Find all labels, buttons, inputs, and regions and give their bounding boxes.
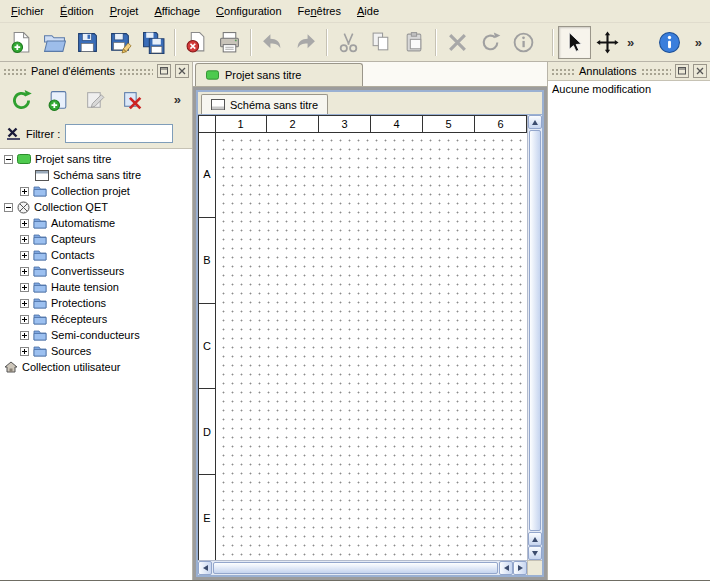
project-icon xyxy=(17,154,31,164)
expand-expander-icon[interactable] xyxy=(20,251,29,260)
print-button[interactable] xyxy=(213,26,246,59)
tree-item-projet-sans-titre[interactable]: Projet sans titre xyxy=(0,151,192,167)
scroll-up-button-2[interactable] xyxy=(528,532,542,546)
float-dock-button[interactable] xyxy=(675,64,689,78)
undo-icon xyxy=(261,31,284,54)
expand-expander-icon[interactable] xyxy=(20,267,29,276)
elements-tree[interactable]: Projet sans titre Schéma sans titre Coll… xyxy=(0,148,192,580)
scroll-left-button-2[interactable] xyxy=(499,561,513,575)
delete-button[interactable] xyxy=(441,26,474,59)
tree-item-collection-qet[interactable]: Collection QET xyxy=(0,199,192,215)
tree-item-haute-tension[interactable]: Haute tension xyxy=(0,279,192,295)
close-dock-button[interactable] xyxy=(693,64,707,78)
tree-item-capteurs[interactable]: Capteurs xyxy=(0,231,192,247)
paste-button[interactable] xyxy=(398,26,431,59)
undo-button[interactable] xyxy=(256,26,289,59)
open-file-button[interactable] xyxy=(38,26,71,59)
new-element-button[interactable] xyxy=(42,84,74,116)
edit-element-button[interactable] xyxy=(79,84,111,116)
elements-toolbar-overflow-chevron[interactable]: » xyxy=(171,92,184,107)
column-header: 3 xyxy=(319,115,371,133)
about-info-button[interactable] xyxy=(653,26,686,59)
menu-aide[interactable]: Aide xyxy=(350,2,386,20)
tab-schema-sans-titre[interactable]: Schéma sans titre xyxy=(201,94,328,114)
scroll-left-button[interactable] xyxy=(198,561,212,575)
column-header: 4 xyxy=(371,115,423,133)
pan-mode-button[interactable] xyxy=(591,26,624,59)
qet-collection-icon xyxy=(17,201,30,214)
close-dock-button[interactable] xyxy=(175,64,189,78)
dock-grip[interactable] xyxy=(119,68,153,75)
horizontal-scroll-thumb[interactable] xyxy=(213,562,498,574)
redo-button[interactable] xyxy=(289,26,322,59)
arrow-down-icon xyxy=(532,551,538,556)
expand-expander-icon[interactable] xyxy=(20,331,29,340)
undo-history-list[interactable]: Aucune modification xyxy=(548,80,710,580)
elements-panel-titlebar[interactable]: Panel d'éléments xyxy=(0,62,192,80)
horizontal-scrollbar[interactable] xyxy=(198,560,527,575)
main-area: Panel d'éléments xyxy=(0,62,710,580)
delete-element-button[interactable] xyxy=(116,84,148,116)
diagram-grid[interactable] xyxy=(216,133,527,560)
scroll-down-button[interactable] xyxy=(528,546,542,560)
scroll-up-button[interactable] xyxy=(528,115,542,129)
expand-expander-icon[interactable] xyxy=(20,219,29,228)
tree-item-schema-sans-titre[interactable]: Schéma sans titre xyxy=(0,167,192,183)
expand-expander-icon[interactable] xyxy=(20,315,29,324)
collapse-expander-icon[interactable] xyxy=(4,155,13,164)
close-file-button[interactable] xyxy=(180,26,213,59)
toolbar-overflow-chevron-2[interactable]: » xyxy=(692,35,705,50)
tree-item-automatisme[interactable]: Automatisme xyxy=(0,215,192,231)
tree-item-label: Récepteurs xyxy=(51,313,107,325)
scroll-right-button[interactable] xyxy=(513,561,527,575)
collapse-expander-icon[interactable] xyxy=(4,203,13,212)
copy-button[interactable] xyxy=(365,26,398,59)
save-all-button[interactable] xyxy=(137,26,170,59)
clear-filter-icon[interactable] xyxy=(6,126,21,141)
tree-item-semi-conducteurs[interactable]: Semi-conducteurs xyxy=(0,327,192,343)
toolbar-separator xyxy=(326,29,328,56)
tree-item-collection-utilisateur[interactable]: Collection utilisateur xyxy=(0,359,192,375)
element-info-button[interactable] xyxy=(507,26,540,59)
menu-fenetres[interactable]: Fenêtres xyxy=(291,2,348,20)
cut-button[interactable] xyxy=(332,26,365,59)
tree-item-sources[interactable]: Sources xyxy=(0,343,192,359)
tab-projet-sans-titre[interactable]: Projet sans titre xyxy=(195,63,363,86)
tree-item-label: Protections xyxy=(51,297,106,309)
save-button[interactable] xyxy=(71,26,104,59)
menu-affichage[interactable]: Affichage xyxy=(147,2,207,20)
select-mode-button[interactable] xyxy=(558,26,591,59)
rotate-button[interactable] xyxy=(474,26,507,59)
menu-configuration[interactable]: Configuration xyxy=(209,2,288,20)
tree-item-convertisseurs[interactable]: Convertisseurs xyxy=(0,263,192,279)
menu-label: ichier xyxy=(18,5,44,17)
tree-item-recepteurs[interactable]: Récepteurs xyxy=(0,311,192,327)
menu-projet[interactable]: Projet xyxy=(103,2,146,20)
expand-expander-icon[interactable] xyxy=(20,235,29,244)
toolbar-overflow-chevron[interactable]: » xyxy=(624,35,637,50)
folder-icon xyxy=(33,265,47,277)
undo-dock-titlebar[interactable]: Annulations xyxy=(548,62,710,80)
expand-expander-icon[interactable] xyxy=(20,283,29,292)
expand-expander-icon[interactable] xyxy=(20,187,29,196)
menu-label: ide xyxy=(364,5,379,17)
vertical-scrollbar[interactable] xyxy=(527,115,542,560)
menu-fichier[interactable]: Fichier xyxy=(4,2,51,20)
expand-expander-icon[interactable] xyxy=(20,299,29,308)
menu-edition[interactable]: Édition xyxy=(53,2,101,20)
tree-item-contacts[interactable]: Contacts xyxy=(0,247,192,263)
vertical-scroll-thumb[interactable] xyxy=(529,130,541,531)
element-filter-input[interactable] xyxy=(65,124,173,143)
reload-collections-button[interactable] xyxy=(5,84,37,116)
row-header: B xyxy=(198,218,216,304)
dock-grip[interactable] xyxy=(551,68,575,75)
diagram-canvas[interactable]: 1 2 3 4 5 6 A B C D xyxy=(198,115,527,560)
expand-expander-icon[interactable] xyxy=(20,347,29,356)
float-dock-button[interactable] xyxy=(157,64,171,78)
tree-item-protections[interactable]: Protections xyxy=(0,295,192,311)
save-as-button[interactable] xyxy=(104,26,137,59)
dock-grip[interactable] xyxy=(3,68,27,75)
tree-item-collection-projet[interactable]: Collection projet xyxy=(0,183,192,199)
new-file-button[interactable] xyxy=(5,26,38,59)
dock-grip[interactable] xyxy=(641,68,672,75)
